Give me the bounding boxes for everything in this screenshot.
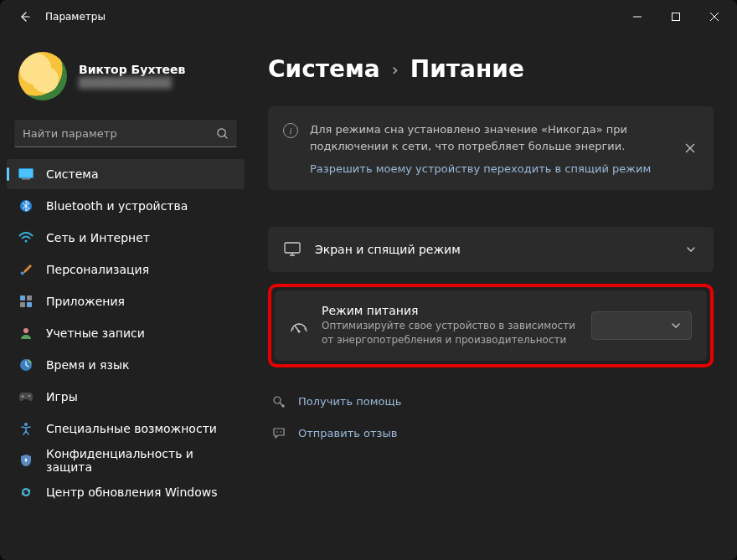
wifi-icon [18, 230, 34, 245]
sidebar-item-gaming[interactable]: Игры [7, 382, 245, 412]
sidebar-item-label: Система [46, 167, 98, 181]
sidebar-item-label: Игры [46, 390, 78, 403]
power-mode-description: Оптимизируйте свое устройство в зависимо… [322, 319, 578, 347]
profile-text: Виктор Бухтеев ████████████ [79, 63, 185, 90]
svg-point-13 [24, 423, 28, 426]
sidebar-item-label: Конфиденциальность и защита [46, 447, 234, 474]
brush-icon [18, 262, 34, 277]
svg-rect-2 [19, 169, 34, 178]
sidebar-item-label: Сеть и Интернет [46, 231, 150, 244]
info-banner-link[interactable]: Разрешить моему устройству переходить в … [310, 162, 672, 175]
feedback-link[interactable]: Отправить отзыв [268, 421, 714, 446]
system-icon [18, 167, 34, 182]
info-icon: i [283, 123, 298, 138]
info-banner-text: Для режима сна установлено значение «Ник… [310, 121, 672, 154]
sidebar-item-time[interactable]: Время и язык [7, 350, 245, 380]
profile-name: Виктор Бухтеев [79, 63, 185, 78]
accessibility-icon [18, 421, 34, 436]
sidebar-item-label: Учетные записи [46, 326, 145, 340]
breadcrumb-current: Питание [410, 55, 524, 83]
svg-rect-3 [22, 178, 30, 180]
dismiss-banner-button[interactable] [678, 136, 702, 160]
minimize-button[interactable] [618, 3, 657, 30]
sidebar-item-label: Время и язык [46, 358, 129, 372]
power-mode-title: Режим питания [322, 304, 578, 317]
sidebar-item-label: Приложения [46, 295, 125, 308]
settings-window: Параметры Виктор Бухтеев ████████████ [0, 0, 737, 560]
title-bar: Параметры [0, 0, 737, 33]
apps-icon [18, 294, 34, 309]
monitor-icon [283, 240, 302, 259]
chevron-right-icon: › [392, 59, 399, 80]
get-help-link[interactable]: Получить помощь [268, 389, 714, 414]
account-icon [18, 326, 34, 341]
svg-rect-6 [20, 295, 25, 301]
profile-block[interactable]: Виктор Бухтеев ████████████ [7, 47, 245, 116]
privacy-icon [18, 453, 34, 468]
svg-point-12 [28, 395, 30, 397]
sidebar-item-update[interactable]: Центр обновления Windows [7, 477, 245, 507]
gauge-icon [290, 316, 308, 335]
sidebar-item-system[interactable]: Система [7, 159, 245, 189]
sidebar-item-accessibility[interactable]: Специальные возможности [7, 414, 245, 444]
sidebar-item-label: Персонализация [46, 263, 149, 276]
sidebar-item-network[interactable]: Сеть и Интернет [7, 223, 245, 253]
breadcrumb: Система › Питание [268, 55, 714, 83]
sidebar-item-personalization[interactable]: Персонализация [7, 254, 245, 285]
sidebar-item-apps[interactable]: Приложения [7, 286, 245, 316]
svg-point-20 [274, 397, 281, 403]
svg-rect-0 [673, 13, 680, 21]
svg-point-18 [304, 328, 306, 330]
sidebar-item-label: Центр обновления Windows [46, 486, 217, 499]
window-title: Параметры [45, 11, 106, 23]
power-mode-row: Режим питания Оптимизируйте свое устройс… [275, 290, 707, 361]
feedback-icon [271, 426, 286, 441]
feedback-label: Отправить отзыв [298, 427, 397, 439]
chevron-down-icon [683, 242, 698, 257]
maximize-button[interactable] [657, 3, 695, 30]
help-icon [271, 394, 286, 409]
svg-rect-15 [285, 243, 300, 253]
close-button[interactable] [695, 3, 734, 30]
svg-point-5 [25, 240, 28, 243]
search-box[interactable] [13, 119, 238, 147]
info-banner: i Для режима сна установлено значение «Н… [268, 106, 714, 190]
svg-rect-8 [20, 302, 25, 307]
svg-rect-9 [27, 302, 32, 307]
nav: Система Bluetooth и устройства Сеть и Ин… [7, 159, 245, 507]
svg-point-14 [25, 459, 28, 461]
update-icon [18, 485, 34, 500]
svg-point-17 [292, 328, 294, 330]
screen-sleep-title: Экран и спящий режим [315, 243, 670, 256]
sidebar-item-label: Специальные возможности [46, 422, 217, 435]
sidebar-item-label: Bluetooth и устройства [46, 199, 188, 213]
svg-point-19 [298, 323, 300, 325]
gaming-icon [18, 389, 34, 404]
main-content: Система › Питание i Для режима сна устан… [251, 33, 737, 560]
svg-point-10 [23, 328, 28, 333]
sidebar: Виктор Бухтеев ████████████ Система Blue… [0, 33, 251, 560]
sidebar-item-privacy[interactable]: Конфиденциальность и защита [7, 445, 245, 475]
window-controls [618, 3, 734, 30]
svg-point-21 [276, 431, 278, 433]
svg-point-22 [280, 431, 281, 433]
avatar [18, 52, 67, 100]
screen-sleep-row[interactable]: Экран и спящий режим [268, 227, 714, 272]
get-help-label: Получить помощь [298, 395, 401, 408]
bluetooth-icon [18, 198, 34, 213]
power-mode-dropdown[interactable] [591, 311, 692, 340]
power-mode-highlight: Режим питания Оптимизируйте свое устройс… [268, 284, 714, 367]
breadcrumb-parent[interactable]: Система [268, 55, 380, 83]
search-input[interactable] [23, 127, 216, 140]
svg-point-1 [218, 128, 225, 136]
profile-email: ████████████ [79, 77, 185, 90]
back-button[interactable] [15, 8, 34, 26]
search-icon [216, 127, 229, 140]
sidebar-item-accounts[interactable]: Учетные записи [7, 318, 245, 348]
time-icon [18, 357, 34, 372]
sidebar-item-bluetooth[interactable]: Bluetooth и устройства [7, 191, 245, 221]
svg-rect-7 [27, 295, 32, 301]
